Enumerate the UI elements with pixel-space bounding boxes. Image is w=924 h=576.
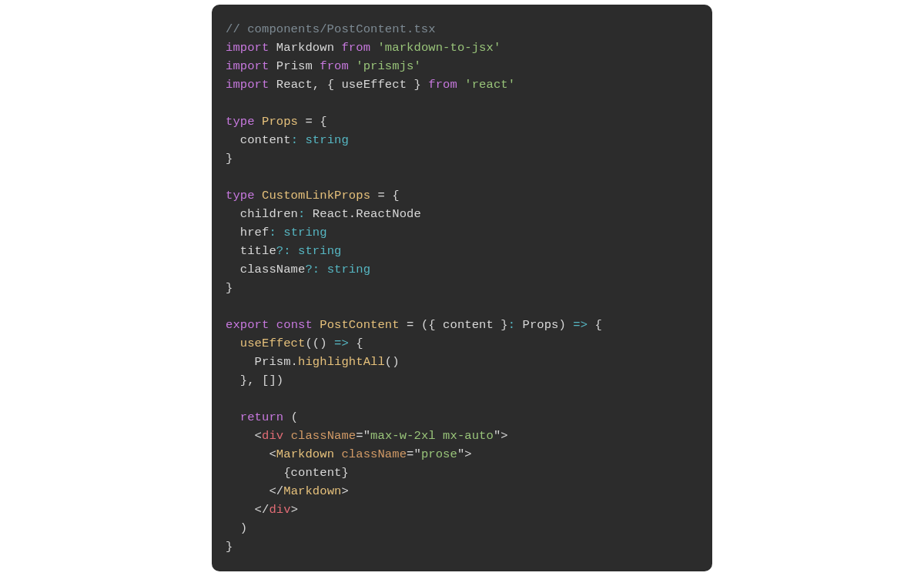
code-line-18: useEffect(() => { (226, 337, 363, 350)
code-line-19: Prism.highlightAll() (226, 355, 400, 369)
code-line-17: export const PostContent = ({ content }:… (226, 318, 602, 332)
code-line-14: className?: string (226, 263, 370, 276)
code-line-7: content: string (226, 133, 349, 147)
code-line-10: type CustomLinkProps = { (226, 189, 400, 203)
code-line-4: import React, { useEffect } from 'react' (226, 78, 515, 92)
code-content: // components/PostContent.tsx import Mar… (226, 20, 698, 556)
page: // components/PostContent.tsx import Mar… (0, 0, 924, 576)
code-line-29: } (226, 540, 233, 554)
code-line-24: <Markdown className="prose"> (226, 447, 472, 461)
code-line-13: title?: string (226, 244, 341, 258)
code-block: // components/PostContent.tsx import Mar… (212, 5, 712, 571)
code-line-6: type Props = { (226, 115, 327, 129)
code-line-15: } (226, 281, 233, 295)
code-line-8: } (226, 152, 233, 166)
code-line-28: ) (226, 521, 247, 535)
code-line-25: {content} (226, 466, 349, 480)
code-line-26: </Markdown> (226, 484, 349, 498)
code-line-23: <div className="max-w-2xl mx-auto"> (226, 429, 508, 443)
code-line-27: </div> (226, 503, 298, 517)
code-line-20: }, []) (226, 373, 283, 387)
code-line-12: href: string (226, 226, 327, 239)
code-line-2: import Markdown from 'markdown-to-jsx' (226, 41, 500, 55)
code-line-11: children: React.ReactNode (226, 207, 421, 221)
code-line-1: // components/PostContent.tsx (226, 22, 436, 36)
code-line-3: import Prism from 'prismjs' (226, 59, 421, 73)
code-line-22: return ( (226, 410, 298, 424)
